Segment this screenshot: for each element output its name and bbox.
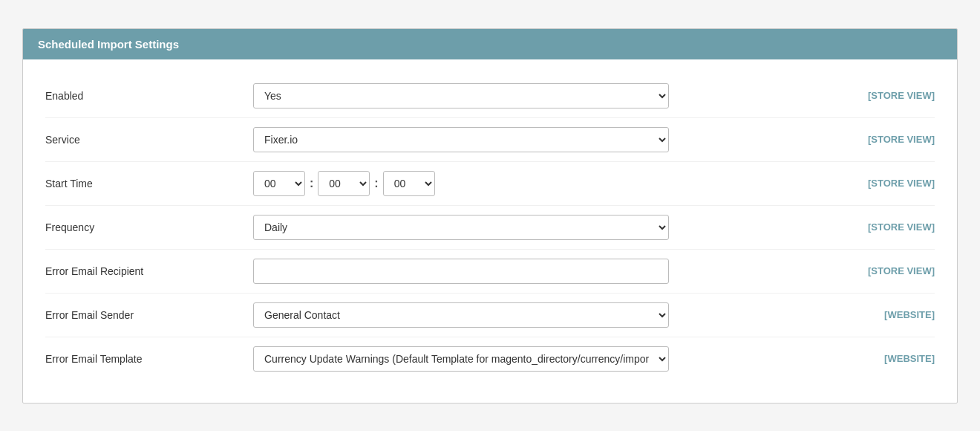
time-seconds-select[interactable]: 0001020304050607080910111213141516171819… <box>383 171 435 196</box>
select-error_email_sender[interactable]: General ContactSales RepresentativeCusto… <box>253 302 669 328</box>
select-error_email_template[interactable]: Currency Update Warnings (Default Templa… <box>253 346 669 372</box>
select-service[interactable]: Fixer.ioWebserviceXCurrency Converter <box>253 127 669 152</box>
scope-service: [STORE VIEW] <box>838 134 935 145</box>
time-separator-1: : <box>310 177 313 190</box>
panel-body: EnabledYesNo[STORE VIEW]ServiceFixer.ioW… <box>23 59 957 403</box>
form-row-error_email_template: Error Email TemplateCurrency Update Warn… <box>45 337 935 380</box>
control-wrap-service: Fixer.ioWebserviceXCurrency Converter <box>253 127 838 152</box>
control-wrap-start_time: 0001020304050607080910111213141516171819… <box>253 171 838 196</box>
control-wrap-error_email_template: Currency Update Warnings (Default Templa… <box>253 346 838 372</box>
scope-error_email_template: [WEBSITE] <box>838 353 935 364</box>
form-row-error_email_recipient: Error Email Recipient[STORE VIEW] <box>45 250 935 294</box>
label-enabled: Enabled <box>45 90 253 102</box>
form-row-enabled: EnabledYesNo[STORE VIEW] <box>45 74 935 118</box>
label-frequency: Frequency <box>45 221 253 233</box>
scope-error_email_sender: [WEBSITE] <box>838 309 935 320</box>
time-hours-select[interactable]: 0001020304050607080910111213141516171819… <box>253 171 305 196</box>
time-separator-2: : <box>374 177 378 190</box>
panel-header: Scheduled Import Settings <box>23 29 957 59</box>
select-frequency[interactable]: DailyWeeklyMonthly <box>253 215 669 240</box>
time-group-start_time: 0001020304050607080910111213141516171819… <box>253 171 838 196</box>
form-row-error_email_sender: Error Email SenderGeneral ContactSales R… <box>45 294 935 337</box>
control-wrap-frequency: DailyWeeklyMonthly <box>253 215 838 240</box>
label-start_time: Start Time <box>45 178 253 189</box>
scheduled-import-settings-panel: Scheduled Import Settings EnabledYesNo[S… <box>22 28 958 404</box>
time-minutes-select[interactable]: 0001020304050607080910111213141516171819… <box>318 171 370 196</box>
label-service: Service <box>45 134 253 146</box>
select-enabled[interactable]: YesNo <box>253 83 669 108</box>
control-wrap-error_email_recipient <box>253 259 838 284</box>
scope-start_time: [STORE VIEW] <box>838 178 935 189</box>
label-error_email_template: Error Email Template <box>45 353 253 365</box>
scope-frequency: [STORE VIEW] <box>838 221 935 233</box>
form-row-start_time: Start Time000102030405060708091011121314… <box>45 162 935 206</box>
form-row-service: ServiceFixer.ioWebserviceXCurrency Conve… <box>45 118 935 162</box>
control-wrap-enabled: YesNo <box>253 83 838 108</box>
control-wrap-error_email_sender: General ContactSales RepresentativeCusto… <box>253 302 838 328</box>
scope-error_email_recipient: [STORE VIEW] <box>838 265 935 276</box>
input-error_email_recipient[interactable] <box>253 259 669 284</box>
label-error_email_recipient: Error Email Recipient <box>45 265 253 277</box>
scope-enabled: [STORE VIEW] <box>838 90 935 101</box>
label-error_email_sender: Error Email Sender <box>45 309 253 321</box>
form-row-frequency: FrequencyDailyWeeklyMonthly[STORE VIEW] <box>45 206 935 250</box>
panel-title: Scheduled Import Settings <box>38 38 942 51</box>
